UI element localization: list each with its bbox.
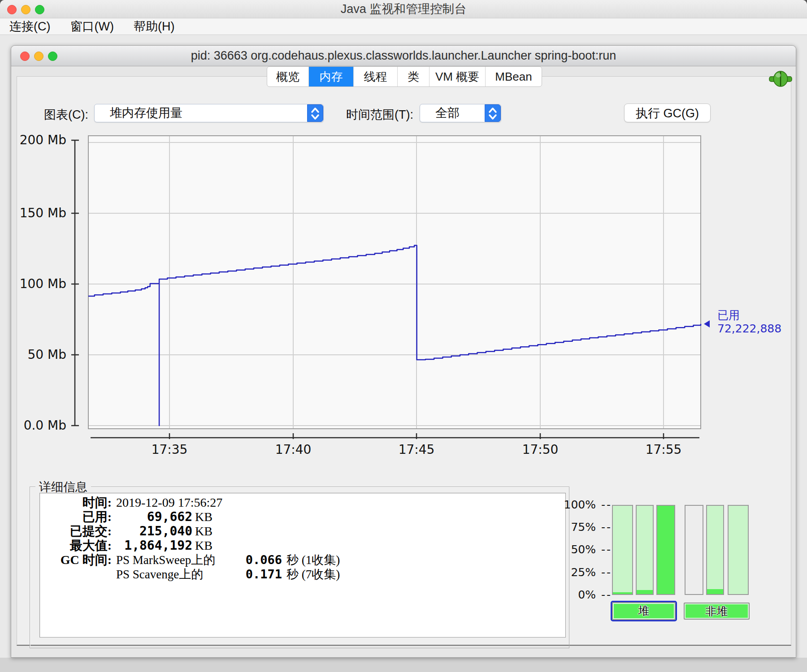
nonheap-pool-bar: [706, 505, 724, 595]
details-group: 详细信息 时间: 2019-12-09 17:56:27 已用: 69,662 …: [30, 487, 569, 648]
heap-pool-bar: [636, 505, 654, 595]
gauge-tick-row: 50% --: [553, 543, 612, 556]
menu-bar: 连接(C) 窗口(W) 帮助(H): [0, 18, 807, 35]
chart-select-label: 图表(C):: [44, 107, 88, 123]
nonheap-pool-bar: [728, 505, 749, 595]
gc-seconds: 0.171: [228, 567, 282, 582]
detail-label: 最大值:: [40, 538, 116, 553]
heap-pool-bar: [656, 505, 675, 595]
detail-row-used: 已用: 69,662 KB: [40, 510, 565, 524]
menu-connection[interactable]: 连接(C): [9, 18, 50, 34]
chevron-updown-icon: [307, 104, 323, 122]
gauge-tick-label: 50%: [553, 543, 596, 556]
detail-row-gc-2: PS Scavenge上的 0.171 秒 (7收集): [40, 567, 565, 582]
tab-vm-summary[interactable]: VM 概要: [430, 67, 486, 86]
detail-unit: KB: [192, 510, 213, 524]
tab-bar: 概览 内存 线程 类 VM 概要 MBean: [267, 66, 542, 87]
detail-unit: KB: [192, 538, 213, 553]
nonheap-pool-bar: [685, 505, 703, 595]
x-tick: 17:35: [143, 442, 196, 457]
chart-canvas: [0, 130, 807, 464]
detail-label: 时间:: [40, 495, 116, 510]
tab-mbean[interactable]: MBean: [486, 67, 542, 86]
outer-window-title: Java 监视和管理控制台: [0, 0, 807, 18]
x-tick: 17:55: [637, 442, 690, 457]
chart-type-select[interactable]: 堆内存使用量: [94, 104, 324, 122]
details-box: 时间: 2019-12-09 17:56:27 已用: 69,662 KB 已提…: [39, 493, 566, 638]
gc-collector-name: PS MarkSweep上的: [116, 553, 228, 567]
x-tick: 17:40: [266, 442, 320, 457]
gauge-tick-label: 75%: [553, 521, 596, 534]
heap-memory-chart: 200 Mb 150 Mb 100 Mb 50 Mb 0.0 Mb 17:35 …: [0, 130, 807, 464]
detail-number: 69,662: [116, 510, 192, 524]
y-tick: 100 Mb: [7, 276, 66, 292]
chart-type-select-value: 堆内存使用量: [95, 104, 305, 122]
gc-suffix: 秒 (7收集): [282, 567, 340, 582]
gauge-tick-dash: --: [596, 521, 612, 534]
inner-window-title: pid: 36663 org.codehaus.plexus.classworl…: [11, 46, 796, 66]
chevron-updown-icon: [485, 104, 501, 122]
nonheap-toggle-button[interactable]: 非堆: [684, 603, 750, 620]
gauge-tick-row: 100% --: [553, 498, 612, 512]
perform-gc-button[interactable]: 执行 GC(G): [624, 103, 711, 122]
detail-label: 已提交:: [40, 524, 116, 538]
gc-seconds: 0.066: [228, 553, 282, 567]
gauge-tick-label: 25%: [553, 566, 596, 579]
detail-row-time: 时间: 2019-12-09 17:56:27: [40, 495, 565, 510]
y-tick: 150 Mb: [7, 206, 66, 221]
detail-label: 已用:: [40, 510, 116, 524]
gauge-tick-label: 100%: [553, 498, 596, 512]
menu-window[interactable]: 窗口(W): [70, 18, 113, 34]
y-tick: 200 Mb: [7, 133, 66, 148]
tab-threads[interactable]: 线程: [354, 67, 398, 86]
annotation-label: 已用: [717, 309, 781, 322]
y-tick: 0.0 Mb: [7, 418, 66, 433]
tab-overview[interactable]: 概览: [267, 67, 309, 86]
gc-suffix: 秒 (1收集): [282, 553, 340, 567]
detail-label: GC 时间:: [40, 553, 116, 567]
outer-window-footer: [0, 658, 807, 672]
time-range-label: 时间范围(T):: [346, 107, 413, 123]
detail-row-gc-1: GC 时间: PS MarkSweep上的 0.066 秒 (1收集): [40, 553, 565, 567]
detail-number: 215,040: [116, 524, 192, 538]
detail-unit: KB: [192, 524, 213, 538]
tab-classes[interactable]: 类: [398, 67, 430, 86]
outer-titlebar[interactable]: Java 监视和管理控制台: [0, 0, 807, 18]
heap-pool-bar: [612, 505, 633, 595]
detail-number: 1,864,192: [116, 538, 192, 553]
jconsole-screen: Java 监视和管理控制台 连接(C) 窗口(W) 帮助(H) pid: 366…: [0, 0, 807, 672]
x-tick: 17:50: [513, 442, 567, 457]
time-range-select-value: 全部: [420, 104, 483, 122]
gauge-tick-row: 75% --: [553, 521, 612, 534]
time-range-select[interactable]: 全部: [420, 104, 501, 122]
heap-toggle-button[interactable]: 堆: [611, 601, 677, 621]
gauge-tick-dash: --: [596, 543, 612, 556]
annotation-value: 72,222,888: [717, 322, 781, 336]
menu-help[interactable]: 帮助(H): [134, 18, 174, 34]
gauge-tick-dash: --: [596, 588, 612, 602]
detail-value: 2019-12-09 17:56:27: [116, 495, 222, 510]
inner-titlebar[interactable]: pid: 36663 org.codehaus.plexus.classworl…: [11, 46, 796, 66]
gauge-tick-label: 0%: [553, 588, 596, 602]
y-tick: 50 Mb: [7, 347, 66, 362]
x-tick: 17:45: [390, 442, 443, 457]
detail-row-max: 最大值: 1,864,192 KB: [40, 538, 565, 553]
gauge-tick-row: 25% --: [553, 566, 612, 579]
annotation-arrow-icon: [704, 320, 710, 327]
gauge-tick-dash: --: [596, 498, 612, 512]
tab-memory[interactable]: 内存: [309, 67, 354, 86]
connection-plug-icon[interactable]: [769, 70, 792, 87]
heap-used-annotation: 已用 72,222,888: [717, 309, 781, 336]
detail-row-committed: 已提交: 215,040 KB: [40, 524, 565, 538]
gc-collector-name: PS Scavenge上的: [116, 567, 228, 582]
gauge-tick-dash: --: [596, 566, 612, 579]
gauge-tick-row: 0% --: [553, 588, 612, 602]
